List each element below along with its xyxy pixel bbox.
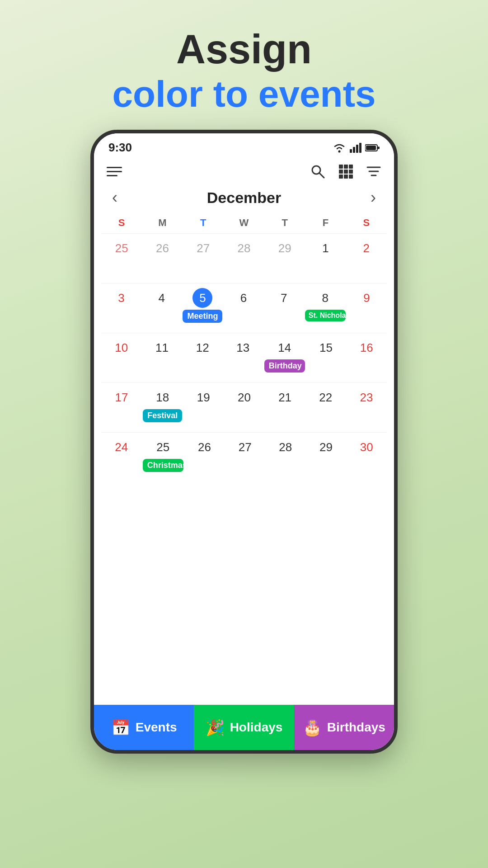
calendar-month-label: December: [207, 189, 281, 207]
calendar-cell[interactable]: 12: [182, 336, 223, 359]
calendar-cell[interactable]: 16: [346, 336, 387, 359]
calendar-grid: S M T W T F S 25 26 27 28 29 1 2 3 4: [94, 214, 394, 705]
tab-birthdays-label: Birthdays: [327, 720, 385, 735]
calendar-cell[interactable]: 23: [346, 386, 387, 409]
day-number: 29: [316, 437, 336, 457]
calendar-cell[interactable]: 1: [305, 236, 346, 260]
day-header-tue: T: [183, 214, 224, 231]
calendar-cell[interactable]: 26: [184, 435, 225, 459]
calendar-cell[interactable]: 3: [101, 286, 141, 310]
calendar-week-5: 24 25 Christmas 26 27 28 29 30: [101, 432, 387, 482]
calendar-cell[interactable]: 11: [142, 336, 183, 359]
calendar-cell[interactable]: 22: [305, 386, 346, 409]
svg-rect-17: [344, 175, 348, 179]
calendar-cell[interactable]: 9: [347, 286, 387, 310]
day-number: 27: [193, 238, 213, 258]
calendar-cell[interactable]: 18 Festival: [142, 386, 183, 424]
prev-month-button[interactable]: ‹: [107, 186, 123, 209]
wifi-icon: [333, 143, 346, 153]
calendar-cell[interactable]: 17: [101, 386, 142, 409]
toolbar-left: [107, 167, 122, 176]
toolbar-right: [310, 164, 381, 179]
birthdays-icon: 🎂: [303, 718, 322, 736]
day-number: 11: [152, 338, 172, 358]
calendar-cell[interactable]: 28: [265, 435, 306, 459]
holidays-icon: 🎉: [206, 718, 225, 736]
day-number: 29: [275, 238, 295, 258]
calendar-week-4: 17 18 Festival 19 20 21 22 23: [101, 382, 387, 432]
day-number: 4: [152, 288, 172, 308]
status-icons: [333, 143, 380, 153]
hamburger-line-3: [107, 175, 117, 176]
calendar-cell[interactable]: 24: [101, 435, 142, 459]
calendar-cell[interactable]: 25: [101, 236, 142, 260]
calendar-cell[interactable]: 29: [264, 236, 305, 260]
day-number: 25: [112, 238, 131, 258]
calendar-cell[interactable]: 19: [183, 386, 224, 409]
hamburger-menu-icon[interactable]: [107, 167, 122, 176]
day-number: 14: [275, 338, 295, 358]
calendar-cell[interactable]: 4: [141, 286, 182, 310]
calendar-cell[interactable]: 25 Christmas: [142, 435, 184, 474]
calendar-nav: ‹ December ›: [94, 183, 394, 214]
calendar-cell[interactable]: 6: [223, 286, 263, 310]
tab-events[interactable]: 📅 Events: [94, 705, 194, 750]
day-number-today: 5: [192, 288, 212, 308]
svg-rect-13: [339, 170, 343, 174]
svg-rect-15: [349, 170, 353, 174]
search-icon[interactable]: [310, 164, 325, 179]
calendar-cell[interactable]: 2: [346, 236, 387, 260]
day-header-sat: S: [346, 214, 387, 231]
day-number: 22: [316, 387, 336, 407]
day-header-fri: F: [305, 214, 346, 231]
calendar-cell[interactable]: 5 Meeting: [182, 286, 223, 325]
calendar-cell[interactable]: 30: [346, 435, 387, 459]
day-number: 1: [316, 238, 336, 258]
calendar-cell[interactable]: 15: [306, 336, 347, 359]
status-time: 9:30: [108, 141, 132, 155]
next-month-button[interactable]: ›: [365, 186, 381, 209]
day-number: 6: [234, 288, 253, 308]
calendar-cell[interactable]: 29: [306, 435, 347, 459]
calendar-cell[interactable]: 27: [225, 435, 265, 459]
calendar-cell[interactable]: 7: [264, 286, 304, 310]
day-number: 27: [235, 437, 255, 457]
calendar-cell[interactable]: 26: [142, 236, 183, 260]
svg-rect-18: [349, 175, 353, 179]
filter-icon[interactable]: [366, 164, 381, 179]
event-badge-meeting: Meeting: [183, 310, 222, 323]
tab-holidays[interactable]: 🎉 Holidays: [194, 705, 294, 750]
day-number: 19: [193, 387, 213, 407]
day-number: 24: [112, 437, 131, 457]
tab-events-label: Events: [136, 720, 177, 735]
day-number: 2: [357, 238, 376, 258]
day-header-wed: W: [224, 214, 264, 231]
calendar-cell[interactable]: 28: [224, 236, 264, 260]
day-number: 12: [192, 338, 212, 358]
phone-frame: 9:30: [90, 130, 398, 754]
day-header-thu: T: [264, 214, 305, 231]
calendar-cell[interactable]: 10: [101, 336, 142, 359]
day-header-sun: S: [101, 214, 142, 231]
status-bar: 9:30: [94, 133, 394, 158]
svg-rect-6: [366, 146, 376, 150]
grid-view-icon[interactable]: [338, 164, 353, 179]
header-title-sub: color to events: [18, 72, 470, 116]
tab-birthdays[interactable]: 🎂 Birthdays: [294, 705, 394, 750]
calendar-cell[interactable]: 21: [265, 386, 305, 409]
day-number: 20: [234, 387, 254, 407]
calendar-cell[interactable]: 27: [183, 236, 224, 260]
calendar-cell[interactable]: 13: [223, 336, 263, 359]
calendar-cell[interactable]: 8 St. Nicholas Day: [304, 286, 347, 323]
day-number: 26: [194, 437, 214, 457]
bottom-tabs: 📅 Events 🎉 Holidays 🎂 Birthdays: [94, 705, 394, 750]
event-badge-christmas: Christmas: [143, 459, 183, 472]
hamburger-line-2: [107, 171, 122, 172]
calendar-cell[interactable]: 20: [224, 386, 264, 409]
header-title-main: Assign: [18, 27, 470, 72]
svg-rect-2: [353, 147, 355, 153]
calendar-cell[interactable]: 14 Birthday: [263, 336, 306, 374]
day-number: 3: [112, 288, 131, 308]
day-number: 18: [153, 387, 173, 407]
day-number: 25: [153, 437, 173, 457]
